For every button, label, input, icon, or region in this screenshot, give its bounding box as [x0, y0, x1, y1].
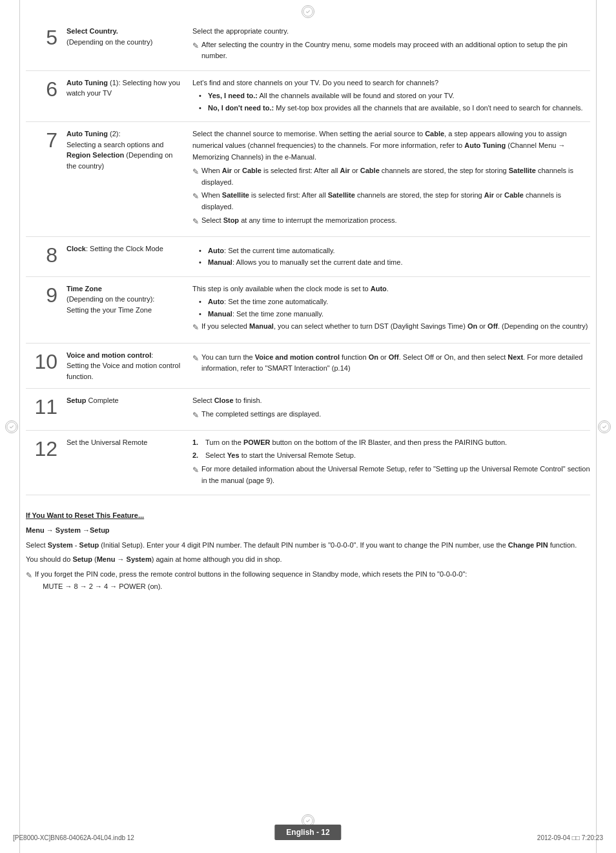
- step-title-6: Auto Tuning (1): Selecting how you watch…: [61, 70, 187, 122]
- step-content-11: Select Close to finish. ✎ The completed …: [187, 389, 590, 431]
- note-text-7b: When Satellite is selected first: After …: [201, 190, 590, 212]
- footer-file-info: [PE8000-XC]BN68-04062A-04L04.indb 12: [13, 834, 134, 841]
- note-icon-12: ✎: [192, 464, 199, 477]
- note-text-12: For more detailed information about the …: [201, 464, 590, 486]
- step-number-6: 6: [26, 70, 61, 122]
- step-number-7: 7: [26, 122, 61, 236]
- note-icon-7c: ✎: [192, 216, 199, 228]
- step-content-8: Auto: Set the current time automatically…: [187, 236, 590, 276]
- footer-badge-container: English - 12: [274, 825, 341, 840]
- step-title-11: Setup Complete: [61, 389, 187, 431]
- step6-bullets: Yes, I need to.: All the channels availa…: [192, 90, 590, 113]
- note-icon-reset: ✎: [26, 569, 32, 582]
- reset-heading: If You Want to Reset This Feature...: [26, 509, 590, 522]
- step-number-12: 12: [26, 430, 61, 495]
- page: 5 Select Country.(Depending on the count…: [0, 0, 616, 853]
- step12-item2: Select Yes to start the Universal Remote…: [205, 450, 356, 462]
- step-content-7: Select the channel source to memorise. W…: [187, 122, 590, 236]
- step-row-5: 5 Select Country.(Depending on the count…: [26, 19, 590, 70]
- footer-date-info: 2012-09-04 □□ 7:20:23: [537, 834, 603, 841]
- note-icon-5: ✎: [192, 40, 199, 52]
- note-icon-9: ✎: [192, 322, 199, 334]
- note-icon-10: ✎: [192, 353, 199, 365]
- svg-point-2: [600, 422, 609, 431]
- step9-bullet-1: Auto: Set the time zone automatically.: [199, 296, 590, 307]
- note-text-reset: If you forget the PIN code, press the re…: [35, 568, 590, 592]
- note-text-9: If you selected Manual, you can select w…: [201, 321, 590, 333]
- step-row-11: 11 Setup Complete Select Close to finish…: [26, 389, 590, 431]
- step-row-9: 9 Time Zone(Depending on the country):Se…: [26, 276, 590, 343]
- step-title-10: Voice and motion control:Setting the Voi…: [61, 343, 187, 389]
- step-number-9: 9: [26, 276, 61, 343]
- step-number-8: 8: [26, 236, 61, 276]
- circle-top-icon: [302, 5, 314, 18]
- step-row-7: 7 Auto Tuning (2):Selecting a search opt…: [26, 122, 590, 236]
- reset-section: If You Want to Reset This Feature... Men…: [26, 509, 590, 592]
- step6-bullet-1: Yes, I need to.: All the channels availa…: [199, 90, 590, 101]
- reset-menu-path: Menu → System →Setup: [26, 524, 590, 537]
- note-text-11: The completed settings are displayed.: [201, 409, 590, 420]
- border-right: [596, 0, 597, 853]
- note-icon-7a: ✎: [192, 166, 199, 178]
- border-left: [19, 0, 20, 853]
- footer-badge: English - 12: [274, 825, 341, 840]
- step-number-11: 11: [26, 389, 61, 431]
- step8-bullets: Auto: Set the current time automatically…: [192, 245, 590, 268]
- step8-bullet-2: Manual: Allows you to manually set the c…: [199, 257, 590, 268]
- step-title-12: Set the Universal Remote: [61, 430, 187, 495]
- step9-bullets: Auto: Set the time zone automatically. M…: [192, 296, 590, 319]
- step-content-6: Let's find and store channels on your TV…: [187, 70, 590, 122]
- step9-bullet-2: Manual: Set the time zone manually.: [199, 309, 590, 320]
- reset-para1: Select System - Setup (Initial Setup). E…: [26, 539, 590, 551]
- note-icon-11: ✎: [192, 409, 199, 422]
- step6-bullet-2: No, I don't need to.: My set-top box pro…: [199, 103, 590, 114]
- step-content-5: Select the appropriate country. ✎ After …: [187, 19, 590, 70]
- reset-para2: You should do Setup (Menu → System) agai…: [26, 553, 590, 566]
- step-title-9: Time Zone(Depending on the country):Sett…: [61, 276, 187, 343]
- step8-bullet-1: Auto: Set the current time automatically…: [199, 245, 590, 256]
- circle-left-icon: [5, 420, 18, 433]
- steps-table: 5 Select Country.(Depending on the count…: [26, 19, 590, 495]
- step-row-12: 12 Set the Universal Remote 1. Turn on t…: [26, 430, 590, 495]
- step-title-7: Auto Tuning (2):Selecting a search optio…: [61, 122, 187, 236]
- step-row-6: 6 Auto Tuning (1): Selecting how you wat…: [26, 70, 590, 122]
- note-icon-7b: ✎: [192, 190, 199, 203]
- circle-right-icon: [598, 420, 611, 433]
- step-content-10: ✎ You can turn the Voice and motion cont…: [187, 343, 590, 389]
- step-number-5: 5: [26, 19, 61, 70]
- step-row-8: 8 Clock: Setting the Clock Mode Auto: Se…: [26, 236, 590, 276]
- step-content-12: 1. Turn on the POWER button on the botto…: [187, 430, 590, 495]
- note-text-5: After selecting the country in the Count…: [201, 39, 590, 62]
- step-row-10: 10 Voice and motion control:Setting the …: [26, 343, 590, 389]
- note-text-10: You can turn the Voice and motion contro…: [201, 352, 590, 375]
- step-title-8: Clock: Setting the Clock Mode: [61, 236, 187, 276]
- step-content-9: This step is only available when the clo…: [187, 276, 590, 343]
- note-text-7c: Select Stop at any time to interrupt the…: [201, 215, 590, 227]
- step-number-10: 10: [26, 343, 61, 389]
- step-title-5: Select Country.(Depending on the country…: [61, 19, 187, 70]
- note-text-7a: When Air or Cable is selected first: Aft…: [201, 165, 590, 188]
- step12-item1: Turn on the POWER button on the bottom o…: [205, 437, 507, 449]
- svg-point-1: [7, 422, 16, 431]
- svg-point-0: [303, 7, 313, 16]
